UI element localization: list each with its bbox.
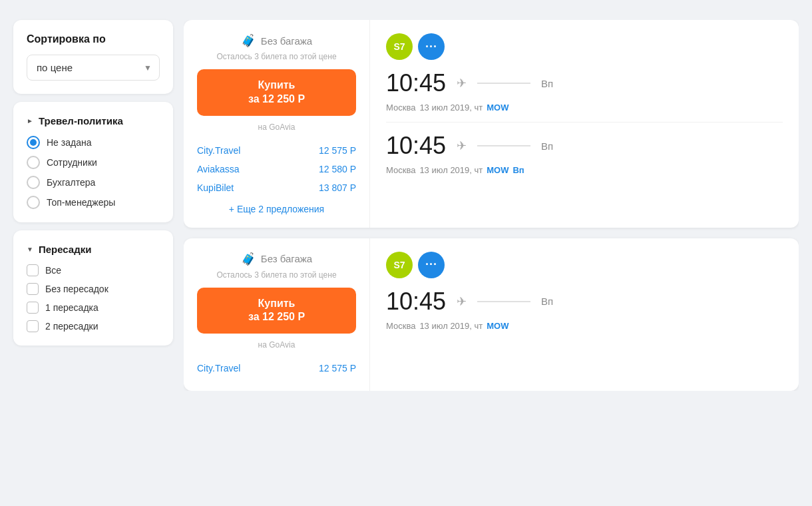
provider-name-citytravel-1[interactable]: City.Travel (197, 145, 240, 156)
provider-price-citytravel-2: 12 575 Р (319, 363, 356, 374)
arrival-label-1: Вп (541, 78, 553, 89)
provider-price-kupibilet-1: 13 807 Р (319, 182, 356, 193)
baggage-text-1: Без багажа (261, 35, 312, 47)
tickets-left-1: Осталось 3 билета по этой цене (216, 52, 336, 61)
radio-label-not-set: Не задана (47, 137, 91, 148)
plane-icon-1: ✈ (457, 76, 467, 91)
airlines-row-2: S7 ··· (386, 252, 783, 278)
provider-name-citytravel-2[interactable]: City.Travel (197, 363, 240, 374)
plane-icon-3: ✈ (457, 294, 467, 309)
transfers-section: ▼ Пересадки Все Без пересадок 1 пересадк… (13, 230, 173, 346)
booking-panel-1: 🧳 Без багажа Осталось 3 билета по этой ц… (184, 20, 370, 228)
baggage-row-1: 🧳 Без багажа (241, 33, 312, 48)
buy-button-2[interactable]: Купитьза 12 250 Р (197, 288, 356, 334)
airport-code-1: MOW (487, 103, 508, 113)
sort-select[interactable]: по цене по времени по удобству (27, 55, 160, 81)
checkbox-box-1stop (27, 302, 39, 314)
radio-label-employees: Сотрудники (47, 157, 97, 168)
city-date-2: 13 июл 2019, чт (419, 165, 483, 175)
radio-circle-not-set (27, 136, 40, 149)
provider-label-2: на GoAvia (258, 340, 296, 350)
baggage-icon-2: 🧳 (241, 252, 256, 266)
airport-code-2: MOW (487, 165, 508, 175)
baggage-row-2: 🧳 Без багажа (241, 252, 312, 266)
departure-time-1: 10:45 (386, 69, 446, 97)
provider-item-kupibilet-1[interactable]: KupiBilet 13 807 Р (197, 178, 356, 197)
sort-title: Сортировка по (27, 33, 160, 45)
dots-logo-2: ··· (418, 252, 445, 278)
departure-time-3: 10:45 (386, 288, 446, 316)
flight-line-2 (477, 145, 530, 146)
airport-code-3: MOW (487, 321, 508, 331)
provider-item-citytravel-2[interactable]: City.Travel 12 575 Р (197, 359, 356, 378)
flight-card-2: 🧳 Без багажа Осталось 3 билета по этой ц… (184, 238, 799, 391)
plane-icon-2: ✈ (457, 138, 467, 153)
checkbox-item-2stop[interactable]: 2 пересадки (27, 320, 160, 332)
city-name-1: Москва (386, 103, 415, 113)
radio-circle-accounting (27, 176, 40, 189)
s7-logo-2: S7 (386, 252, 413, 278)
provider-price-aviakassa-1: 12 580 Р (319, 164, 356, 174)
content-area: 🧳 Без багажа Осталось 3 билета по этой ц… (184, 20, 799, 391)
airlines-row-1: S7 ··· (386, 33, 783, 60)
departure-time-2: 10:45 (386, 132, 446, 160)
flight-divider-1 (386, 122, 783, 123)
provider-list-1: City.Travel 12 575 Р Aviakassa 12 580 Р … (197, 141, 356, 197)
radio-item-not-set[interactable]: Не задана (27, 136, 160, 149)
flight-segment-2-row: 10:45 ✈ Вп (386, 132, 783, 160)
travel-policy-header[interactable]: ► Тревел-политика (27, 115, 160, 126)
provider-name-aviakassa-1[interactable]: Aviakassa (197, 164, 240, 174)
travel-policy-section: ► Тревел-политика Не задана Сотрудники Б… (13, 102, 173, 222)
radio-label-accounting: Бухгалтера (47, 177, 95, 188)
flight-card-1: 🧳 Без багажа Осталось 3 билета по этой ц… (184, 20, 799, 228)
flight-details-panel-2: S7 ··· 10:45 ✈ Вп Москва 13 июл 2019, чт… (370, 238, 799, 391)
provider-item-citytravel-1[interactable]: City.Travel 12 575 Р (197, 141, 356, 160)
transfers-header[interactable]: ▼ Пересадки (27, 244, 160, 255)
provider-label-1: на GoAvia (258, 123, 296, 132)
booking-panel-2: 🧳 Без багажа Осталось 3 билета по этой ц… (184, 238, 370, 391)
flight-details-panel-1: S7 ··· 10:45 ✈ Вп Москва 13 июл 2019, чт… (370, 20, 799, 228)
baggage-icon-1: 🧳 (241, 33, 256, 48)
provider-name-kupibilet-1[interactable]: KupiBilet (197, 182, 234, 193)
flight-line-1 (477, 83, 530, 84)
checkbox-box-nonstop (27, 283, 39, 295)
checkbox-item-all[interactable]: Все (27, 264, 160, 276)
arrival-label-3: Вп (541, 296, 553, 307)
checkbox-label-1stop: 1 пересадка (45, 302, 99, 313)
travel-policy-chevron-icon: ► (27, 117, 33, 125)
city-name-3: Москва (386, 321, 415, 331)
airport-code-extra-2: Вп (512, 165, 524, 175)
sort-section: Сортировка по по цене по времени по удоб… (13, 20, 173, 94)
city-date-1: 13 июл 2019, чт (419, 103, 483, 113)
buy-button-1[interactable]: Купитьза 12 250 Р (197, 69, 356, 116)
checkbox-box-2stop (27, 320, 39, 332)
city-row-2: Москва 13 июл 2019, чт MOW Вп (386, 165, 783, 175)
more-offers-1[interactable]: + Еще 2 предложения (197, 204, 356, 214)
checkbox-label-all: Все (45, 265, 61, 276)
radio-item-accounting[interactable]: Бухгалтера (27, 176, 160, 189)
checkbox-label-nonstop: Без пересадок (45, 284, 108, 294)
city-row-3: Москва 13 июл 2019, чт MOW (386, 321, 783, 331)
s7-logo-1: S7 (386, 33, 413, 60)
sort-select-wrapper: по цене по времени по удобству ▼ (27, 55, 160, 81)
radio-item-employees[interactable]: Сотрудники (27, 156, 160, 169)
flight-segment-1-row: 10:45 ✈ Вп (386, 69, 783, 97)
provider-item-aviakassa-1[interactable]: Aviakassa 12 580 Р (197, 160, 356, 178)
checkbox-item-1stop[interactable]: 1 пересадка (27, 302, 160, 314)
baggage-text-2: Без багажа (261, 253, 312, 264)
provider-price-citytravel-1: 12 575 Р (319, 145, 356, 156)
checkbox-box-all (27, 264, 39, 276)
checkbox-label-2stop: 2 пересадки (45, 321, 99, 332)
dots-logo-1: ··· (418, 33, 445, 60)
flight-line-3 (477, 301, 530, 302)
radio-circle-top-managers (27, 196, 40, 209)
radio-circle-employees (27, 156, 40, 169)
radio-label-top-managers: Топ-менеджеры (47, 197, 115, 208)
radio-item-top-managers[interactable]: Топ-менеджеры (27, 196, 160, 209)
city-date-3: 13 июл 2019, чт (419, 321, 483, 331)
city-name-2: Москва (386, 165, 415, 175)
transfers-title: Пересадки (39, 244, 92, 255)
checkbox-item-nonstop[interactable]: Без пересадок (27, 283, 160, 295)
arrival-label-2: Вп (541, 140, 553, 152)
travel-policy-title: Тревел-политика (39, 115, 123, 126)
